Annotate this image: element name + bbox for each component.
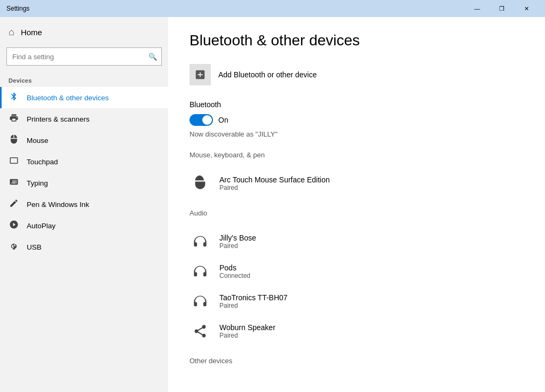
sidebar-item-typing-label: Typing: [27, 179, 48, 187]
list-item[interactable]: Pods Connected: [189, 257, 524, 286]
app-body: ⌂ Home 🔍 Devices Bluetooth & other devic…: [0, 17, 545, 392]
taotronics-name: TaoTronics TT-BH07: [219, 293, 288, 302]
bluetooth-section: Bluetooth On Now discoverable as "JILLY": [189, 100, 524, 138]
devices-section-label: Devices: [0, 70, 168, 87]
arc-touch-mouse-name: Arc Touch Mouse Surface Edition: [219, 175, 330, 184]
printer-icon: [9, 113, 19, 125]
speaker-icon: [189, 321, 211, 342]
list-item[interactable]: Jilly's Bose Paired: [189, 227, 524, 257]
add-device-label: Add Bluetooth or other device: [218, 70, 317, 79]
sidebar-item-pen[interactable]: Pen & Windows Ink: [0, 194, 168, 215]
sidebar-item-touchpad-label: Touchpad: [27, 158, 58, 166]
home-icon: ⌂: [9, 27, 14, 38]
sidebar-item-typing[interactable]: Typing: [0, 172, 168, 194]
sidebar-item-bluetooth-label: Bluetooth & other devices: [27, 94, 109, 102]
other-devices-section: Other devices: [189, 357, 524, 367]
woburn-speaker-status: Paired: [219, 332, 275, 339]
pods-name: Pods: [219, 263, 250, 272]
mouse-section-title: Mouse, keyboard, & pen: [189, 151, 524, 161]
minimize-button[interactable]: —: [465, 0, 489, 17]
toggle-row: On: [189, 114, 524, 126]
other-section-title: Other devices: [189, 357, 524, 367]
sidebar-item-mouse-label: Mouse: [27, 137, 49, 145]
page-title: Bluetooth & other devices: [189, 32, 524, 49]
woburn-speaker-name: Woburn Speaker: [219, 323, 275, 332]
arc-touch-mouse-status: Paired: [219, 184, 330, 191]
add-device-button[interactable]: Add Bluetooth or other device: [189, 64, 524, 85]
app-title: Settings: [6, 5, 29, 12]
list-item[interactable]: TaoTronics TT-BH07 Paired: [189, 286, 524, 316]
pods-info: Pods Connected: [219, 263, 250, 279]
typing-icon: [9, 177, 19, 189]
sidebar-home-label: Home: [21, 28, 42, 37]
sidebar-item-usb-label: USB: [27, 243, 42, 251]
autoplay-icon: [9, 220, 19, 231]
bluetooth-toggle[interactable]: [189, 114, 213, 126]
add-icon: [189, 64, 211, 85]
jillys-bose-info: Jilly's Bose Paired: [219, 234, 256, 250]
sidebar-item-bluetooth[interactable]: Bluetooth & other devices: [0, 87, 168, 108]
usb-icon: [9, 241, 19, 253]
bluetooth-label: Bluetooth: [189, 100, 524, 109]
jillys-bose-name: Jilly's Bose: [219, 234, 256, 242]
pen-icon: [9, 198, 19, 210]
sidebar-item-touchpad[interactable]: Touchpad: [0, 151, 168, 172]
headphones-icon-2: [189, 261, 211, 282]
audio-section: Audio Jilly's Bose Paired Pods Connect: [189, 209, 524, 346]
jillys-bose-status: Paired: [219, 242, 256, 250]
mouse-keyboard-section: Mouse, keyboard, & pen Arc Touch Mouse S…: [189, 151, 524, 198]
discoverable-text: Now discoverable as "JILLY": [189, 130, 524, 138]
touchpad-icon: [9, 156, 19, 167]
sidebar-home[interactable]: ⌂ Home: [0, 21, 168, 43]
sidebar: ⌂ Home 🔍 Devices Bluetooth & other devic…: [0, 17, 168, 392]
search-box: 🔍: [6, 47, 162, 66]
mouse-device-icon: [189, 173, 211, 194]
sidebar-item-printers[interactable]: Printers & scanners: [0, 108, 168, 130]
arc-touch-mouse-info: Arc Touch Mouse Surface Edition Paired: [219, 175, 330, 191]
toggle-label: On: [218, 116, 228, 124]
titlebar: Settings — ❐ ✕: [0, 0, 545, 17]
sidebar-item-printers-label: Printers & scanners: [27, 115, 90, 123]
woburn-speaker-info: Woburn Speaker Paired: [219, 323, 275, 339]
list-item[interactable]: Arc Touch Mouse Surface Edition Paired: [189, 169, 524, 198]
sidebar-item-mouse[interactable]: Mouse: [0, 130, 168, 151]
pods-status: Connected: [219, 272, 250, 279]
sidebar-item-autoplay-label: AutoPlay: [27, 222, 56, 230]
mouse-icon: [9, 134, 19, 146]
sidebar-item-autoplay[interactable]: AutoPlay: [0, 215, 168, 236]
maximize-button[interactable]: ❐: [489, 0, 514, 17]
search-input[interactable]: [7, 50, 144, 64]
headphones-icon-3: [189, 291, 211, 312]
toggle-knob: [202, 115, 212, 125]
bluetooth-icon: [9, 92, 19, 103]
sidebar-item-pen-label: Pen & Windows Ink: [27, 201, 89, 209]
audio-section-title: Audio: [189, 209, 524, 219]
window-controls: — ❐ ✕: [465, 0, 539, 17]
taotronics-status: Paired: [219, 302, 288, 309]
search-button[interactable]: 🔍: [144, 48, 161, 65]
close-button[interactable]: ✕: [514, 0, 539, 17]
headphones-icon-1: [189, 231, 211, 252]
list-item[interactable]: Woburn Speaker Paired: [189, 316, 524, 346]
taotronics-info: TaoTronics TT-BH07 Paired: [219, 293, 288, 309]
sidebar-item-usb[interactable]: USB: [0, 236, 168, 258]
main-content: Bluetooth & other devices Add Bluetooth …: [168, 17, 545, 392]
